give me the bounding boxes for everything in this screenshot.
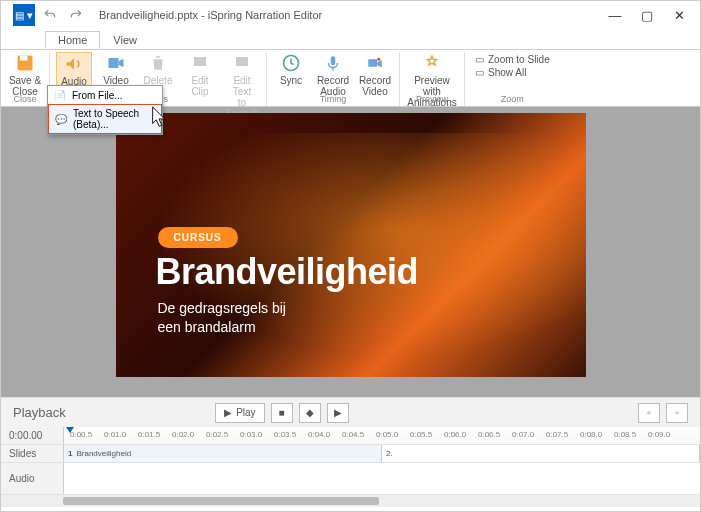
scrollbar-thumb[interactable]	[63, 497, 379, 505]
slides-track[interactable]: 1Brandveiligheid 2.	[63, 445, 700, 462]
save-close-button[interactable]: Save & Close	[7, 52, 43, 97]
zoom-to-slide-button[interactable]: ▭ Zoom to Slide	[475, 54, 550, 65]
slide-clip-1[interactable]: 1Brandveiligheid	[64, 445, 382, 462]
window-title: Brandveiligheid.pptx - iSpring Narration…	[99, 9, 322, 21]
cursor-icon	[149, 105, 171, 135]
minimize-button[interactable]: —	[608, 8, 622, 23]
ruler-tick: 0:04.0	[308, 430, 330, 439]
ruler-tick: 0:02.5	[206, 430, 228, 439]
tts-label: Text to Speech (Beta)...	[73, 108, 155, 130]
show-all-icon: ▭	[475, 67, 484, 78]
ruler-tick: 0:08.5	[614, 430, 636, 439]
group-timing-label: Timing	[320, 94, 347, 106]
timeline-scrollbar[interactable]	[1, 495, 700, 507]
group-preview-label: Preview	[416, 94, 448, 106]
save-icon	[14, 52, 36, 74]
ruler-tick: 0:09.0	[648, 430, 670, 439]
redo-button[interactable]	[65, 4, 87, 26]
slides-row: Slides 1Brandveiligheid 2.	[1, 445, 700, 463]
video-button[interactable]: Video	[98, 52, 134, 86]
chevron-down-icon: ▾	[27, 9, 33, 22]
mic-icon	[322, 52, 344, 74]
svg-rect-3	[194, 57, 206, 66]
audio-track[interactable]	[63, 463, 700, 494]
audio-row-label: Audio	[1, 473, 63, 484]
from-file-label: From File...	[72, 90, 123, 101]
file-icon: 📄	[54, 89, 66, 101]
ruler-tick: 0:04.5	[342, 430, 364, 439]
sync-label: Sync	[280, 75, 302, 86]
tts-icon: 💬	[55, 113, 67, 125]
show-all-button[interactable]: ▭ Show All	[475, 67, 550, 78]
audio-icon	[63, 53, 85, 75]
ruler-tick: 0:05.5	[410, 430, 432, 439]
dropdown-from-file[interactable]: 📄 From File...	[48, 86, 162, 104]
group-zoom-label: Zoom	[501, 94, 524, 106]
tab-view[interactable]: View	[100, 31, 150, 49]
next-button[interactable]: ▶	[327, 403, 349, 423]
prev-button[interactable]: ◆	[299, 403, 321, 423]
slide-title: Brandveiligheid	[156, 251, 419, 293]
sync-button[interactable]: Sync	[273, 52, 309, 86]
svg-rect-6	[331, 56, 336, 65]
audio-dropdown: 📄 From File... 💬 Text to Speech (Beta)..…	[47, 85, 163, 135]
edit-clip-icon	[189, 52, 211, 74]
ruler-tick: 0:00.5	[70, 430, 92, 439]
slide-badge: CURSUS	[158, 227, 238, 248]
delete-icon	[147, 52, 169, 74]
ribbon-tabs: Home View	[1, 29, 700, 49]
delete-button: Delete	[140, 52, 176, 86]
pb-extra-2: ▫	[666, 403, 688, 423]
edit-clip-button: Edit Clip	[182, 52, 218, 97]
ruler-tick: 0:01.5	[138, 430, 160, 439]
svg-rect-2	[109, 58, 119, 68]
timeline-ruler[interactable]: 0:00.50:01.00:01.50:02.00:02.50:03.00:03…	[63, 427, 700, 444]
ruler-tick: 0:03.0	[240, 430, 262, 439]
edit-tts-icon	[231, 52, 253, 74]
close-window-button[interactable]: ✕	[672, 8, 686, 23]
window-controls: — ▢ ✕	[608, 8, 694, 23]
maximize-button[interactable]: ▢	[640, 8, 654, 23]
video-icon	[105, 52, 127, 74]
show-all-label: Show All	[488, 67, 526, 78]
timeline-start: 0:00.00	[1, 430, 63, 441]
slide-clip-2[interactable]: 2.	[382, 445, 700, 462]
quick-access-toolbar: ▤ ▾	[7, 4, 87, 26]
record-video-button[interactable]: Record Video	[357, 52, 393, 97]
undo-button[interactable]	[39, 4, 61, 26]
zoom-slide-label: Zoom to Slide	[488, 54, 550, 65]
title-bar: ▤ ▾ Brandveiligheid.pptx - iSpring Narra…	[1, 1, 700, 29]
svg-rect-8	[368, 59, 377, 67]
ruler-tick: 0:08.0	[580, 430, 602, 439]
ruler-tick: 0:02.0	[172, 430, 194, 439]
slide-stage: CURSUS Brandveiligheid De gedragsregels …	[1, 107, 700, 397]
ruler-tick: 0:06.0	[444, 430, 466, 439]
ruler-tick: 0:01.0	[104, 430, 126, 439]
edit-tts-button: Edit Text to Speech	[224, 52, 260, 119]
dropdown-text-to-speech[interactable]: 💬 Text to Speech (Beta)...	[48, 104, 162, 134]
preview-icon	[421, 52, 443, 74]
record-audio-button[interactable]: Record Audio	[315, 52, 351, 97]
file-menu-button[interactable]: ▤ ▾	[13, 4, 35, 26]
play-button[interactable]: ▶ Play	[215, 403, 264, 423]
ruler-tick: 0:05.0	[376, 430, 398, 439]
record-video-label: Record Video	[359, 75, 391, 97]
camera-icon	[364, 52, 386, 74]
playback-bar: Playback ▶ Play ■ ◆ ▶ ▫ ▫	[1, 397, 700, 427]
stop-button[interactable]: ■	[271, 403, 293, 423]
svg-point-9	[377, 58, 380, 61]
playback-label: Playback	[13, 405, 66, 420]
ruler-tick: 0:07.5	[546, 430, 568, 439]
edit-clip-label: Edit Clip	[191, 75, 208, 97]
group-close-label: Close	[13, 94, 36, 106]
svg-rect-1	[20, 56, 28, 61]
slide-subtitle: De gedragsregels bijeen brandalarm	[158, 299, 286, 337]
pb-extra-1: ▫	[638, 403, 660, 423]
slide-preview[interactable]: CURSUS Brandveiligheid De gedragsregels …	[116, 113, 586, 377]
audio-row: Audio	[1, 463, 700, 495]
tab-home[interactable]: Home	[45, 31, 100, 49]
sync-icon	[280, 52, 302, 74]
timeline-ruler-row: 0:00.00 0:00.50:01.00:01.50:02.00:02.50:…	[1, 427, 700, 445]
zoom-slide-icon: ▭	[475, 54, 484, 65]
svg-rect-4	[236, 57, 248, 66]
